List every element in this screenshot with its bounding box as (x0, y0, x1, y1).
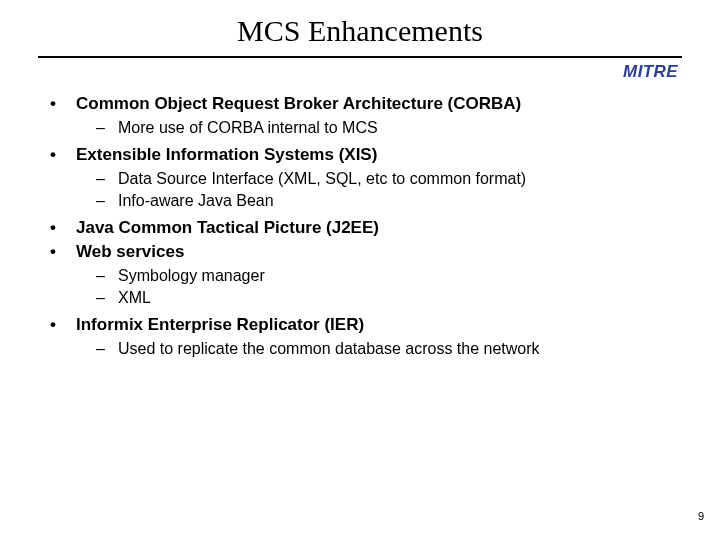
sub-list: – Symbology manager – XML (50, 267, 680, 307)
bullet-item: • Common Object Request Broker Architect… (50, 94, 680, 137)
bullet-heading: Informix Enterprise Replicator (IER) (76, 315, 364, 335)
bullet-item: • Java Common Tactical Picture (J2EE) (50, 218, 680, 238)
page-number: 9 (698, 510, 704, 522)
bullet-icon: • (50, 315, 76, 335)
bullet-heading: Common Object Request Broker Architectur… (76, 94, 521, 114)
sub-item: – XML (96, 289, 680, 307)
dash-icon: – (96, 119, 118, 137)
sub-text: More use of CORBA internal to MCS (118, 119, 378, 137)
bullet-heading: Web services (76, 242, 184, 262)
bullet-heading: Extensible Information Systems (XIS) (76, 145, 377, 165)
bullet-item: • Extensible Information Systems (XIS) –… (50, 145, 680, 210)
sub-list: – Data Source Interface (XML, SQL, etc t… (50, 170, 680, 210)
bullet-item: • Web services – Symbology manager – XML (50, 242, 680, 307)
sub-text: XML (118, 289, 151, 307)
bullet-icon: • (50, 145, 76, 165)
content-area: • Common Object Request Broker Architect… (0, 88, 720, 358)
dash-icon: – (96, 170, 118, 188)
sub-list: – More use of CORBA internal to MCS (50, 119, 680, 137)
sub-text: Info-aware Java Bean (118, 192, 274, 210)
sub-item: – More use of CORBA internal to MCS (96, 119, 680, 137)
bullet-heading: Java Common Tactical Picture (J2EE) (76, 218, 379, 238)
sub-text: Symbology manager (118, 267, 265, 285)
sub-item: – Info-aware Java Bean (96, 192, 680, 210)
bullet-icon: • (50, 242, 76, 262)
brand-label: MITRE (0, 58, 720, 88)
sub-text: Used to replicate the common database ac… (118, 340, 540, 358)
slide-title: MCS Enhancements (0, 0, 720, 56)
sub-text: Data Source Interface (XML, SQL, etc to … (118, 170, 526, 188)
bullet-icon: • (50, 94, 76, 114)
dash-icon: – (96, 289, 118, 307)
dash-icon: – (96, 340, 118, 358)
bullet-item: • Informix Enterprise Replicator (IER) –… (50, 315, 680, 358)
bullet-list: • Common Object Request Broker Architect… (50, 94, 680, 358)
sub-item: – Data Source Interface (XML, SQL, etc t… (96, 170, 680, 188)
sub-list: – Used to replicate the common database … (50, 340, 680, 358)
sub-item: – Symbology manager (96, 267, 680, 285)
sub-item: – Used to replicate the common database … (96, 340, 680, 358)
dash-icon: – (96, 267, 118, 285)
dash-icon: – (96, 192, 118, 210)
bullet-icon: • (50, 218, 76, 238)
